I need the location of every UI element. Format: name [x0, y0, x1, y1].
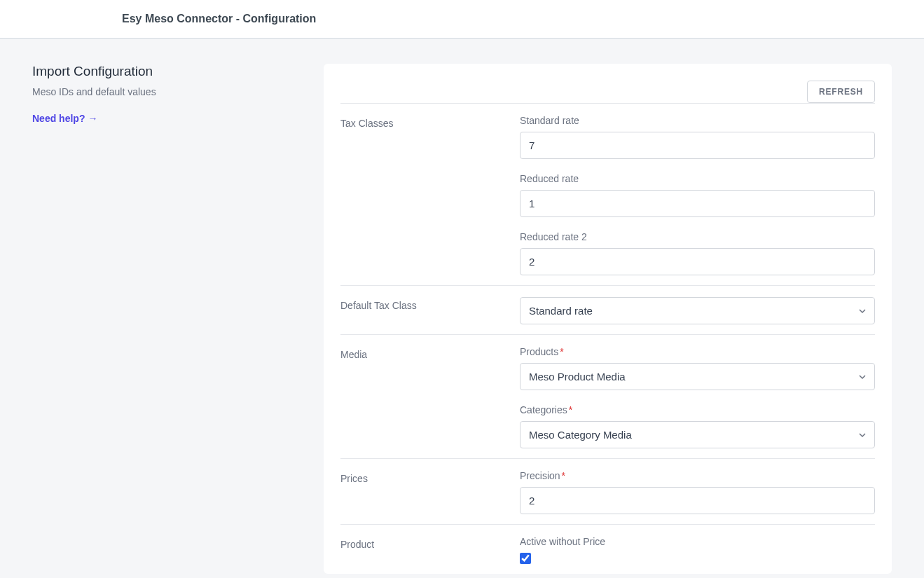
section-label-media: Media	[340, 349, 509, 360]
media-categories-select[interactable]: Meso Category Media	[520, 421, 875, 448]
section-label-default-tax: Default Tax Class	[340, 300, 509, 311]
refresh-button[interactable]: REFRESH	[807, 81, 875, 103]
field-label-reduced-rate: Reduced rate	[520, 173, 875, 184]
precision-input[interactable]	[520, 487, 875, 514]
media-categories-label-text: Categories	[520, 404, 567, 415]
arrow-right-icon: →	[88, 113, 97, 124]
select-wrapper: Standard rate	[520, 297, 875, 324]
required-indicator: *	[569, 404, 572, 415]
section-label-col: Media	[340, 346, 509, 448]
section-default-tax: Default Tax Class Standard rate	[340, 285, 875, 334]
field-label-media-products: Products*	[520, 346, 875, 357]
section-label-col: Tax Classes	[340, 115, 509, 275]
precision-label-text: Precision	[520, 470, 560, 481]
config-sidebar: Import Configuration Meso IDs and defaul…	[32, 64, 284, 124]
field-default-tax: Standard rate	[520, 297, 875, 324]
section-label-col: Default Tax Class	[340, 297, 509, 324]
required-indicator: *	[562, 470, 565, 481]
field-label-media-categories: Categories*	[520, 404, 875, 415]
section-label-prices: Prices	[340, 473, 509, 484]
media-products-label-text: Products	[520, 346, 558, 357]
media-products-select[interactable]: Meso Product Media	[520, 363, 875, 390]
section-fields: Precision*	[520, 470, 875, 514]
active-without-price-checkbox[interactable]	[520, 553, 531, 564]
field-label-reduced-rate-2: Reduced rate 2	[520, 231, 875, 242]
card-actions: REFRESH	[340, 81, 875, 103]
field-precision: Precision*	[520, 470, 875, 514]
section-fields: Standard rate Reduced rate Reduced rate …	[520, 115, 875, 275]
section-tax-classes: Tax Classes Standard rate Reduced rate R…	[340, 103, 875, 285]
main-content: Import Configuration Meso IDs and defaul…	[0, 39, 924, 578]
section-prices: Prices Precision*	[340, 458, 875, 524]
section-label-product: Product	[340, 539, 509, 550]
help-link-text: Need help?	[32, 113, 85, 124]
reduced-rate-input[interactable]	[520, 190, 875, 217]
page-header: Esy Meso Connector - Configuration	[0, 0, 924, 39]
sidebar-subtitle: Meso IDs and default values	[32, 86, 284, 97]
select-wrapper: Meso Category Media	[520, 421, 875, 448]
field-standard-rate: Standard rate	[520, 115, 875, 159]
field-media-categories: Categories* Meso Category Media	[520, 404, 875, 448]
section-label-col: Prices	[340, 470, 509, 514]
sidebar-title: Import Configuration	[32, 64, 284, 79]
standard-rate-input[interactable]	[520, 132, 875, 159]
field-active-without-price: Active without Price	[520, 536, 875, 564]
section-product: Product Active without Price	[340, 524, 875, 574]
field-reduced-rate: Reduced rate	[520, 173, 875, 217]
config-card: REFRESH Tax Classes Standard rate Reduce…	[324, 64, 892, 574]
section-fields: Standard rate	[520, 297, 875, 324]
section-label-tax-classes: Tax Classes	[340, 118, 509, 129]
page-title: Esy Meso Connector - Configuration	[122, 13, 924, 25]
field-media-products: Products* Meso Product Media	[520, 346, 875, 390]
section-fields: Active without Price	[520, 536, 875, 564]
help-link[interactable]: Need help? →	[32, 113, 97, 124]
section-media: Media Products* Meso Product Media	[340, 334, 875, 458]
field-label-standard-rate: Standard rate	[520, 115, 875, 126]
reduced-rate-2-input[interactable]	[520, 248, 875, 275]
section-label-col: Product	[340, 536, 509, 564]
select-wrapper: Meso Product Media	[520, 363, 875, 390]
field-label-precision: Precision*	[520, 470, 875, 481]
default-tax-select[interactable]: Standard rate	[520, 297, 875, 324]
field-label-active: Active without Price	[520, 536, 875, 547]
required-indicator: *	[560, 346, 563, 357]
field-reduced-rate-2: Reduced rate 2	[520, 231, 875, 275]
section-fields: Products* Meso Product Media Categories*	[520, 346, 875, 448]
